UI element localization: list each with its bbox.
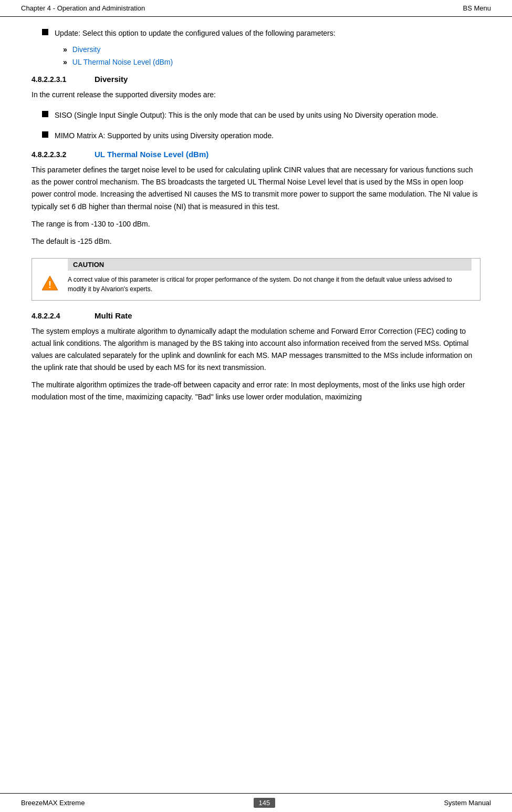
- page-number: 145: [254, 798, 276, 808]
- footer-right: System Manual: [444, 799, 491, 807]
- caution-title: CAUTION: [68, 259, 472, 271]
- bullet-square-icon: [42, 29, 48, 35]
- section-number-4-8-2-2-3-2: 4.8.2.2.3.2: [32, 150, 95, 159]
- caution-content: CAUTION A correct value of this paramete…: [68, 259, 480, 300]
- diversity-intro: In the current release the supported div…: [32, 89, 480, 101]
- caution-text: A correct value of this parameter is cri…: [68, 275, 472, 294]
- main-content: Update: Select this option to update the…: [0, 17, 512, 440]
- intro-bullet-text: Update: Select this option to update the…: [55, 27, 480, 39]
- caution-icon-area: !: [32, 259, 68, 300]
- sub-bullet-marker-2: »: [63, 58, 67, 66]
- section-number-4-8-2-2-4: 4.8.2.2.4: [32, 312, 95, 320]
- bullet-square-siso: [42, 111, 48, 117]
- section-title-ul-thermal: UL Thermal Noise Level (dBm): [95, 150, 208, 159]
- page-header: Chapter 4 - Operation and Administration…: [0, 0, 512, 17]
- sub-bullet-link-diversity[interactable]: Diversity: [72, 45, 101, 54]
- siso-text: SISO (Single Input Single Output): This …: [55, 109, 480, 121]
- warning-triangle-icon: !: [40, 274, 59, 293]
- section-title-multirate: Multi Rate: [95, 311, 132, 320]
- section-header-4-8-2-2-4: 4.8.2.2.4 Multi Rate: [32, 311, 480, 320]
- svg-text:!: !: [48, 280, 51, 290]
- page-footer: BreezeMAX Extreme 145 System Manual: [0, 793, 512, 812]
- intro-bullet-item: Update: Select this option to update the…: [42, 27, 480, 39]
- header-left: Chapter 4 - Operation and Administration: [21, 4, 145, 12]
- section-title-diversity: Diversity: [95, 75, 128, 84]
- ul-thermal-para1: This parameter defines the target noise …: [32, 164, 480, 212]
- header-right: BS Menu: [463, 4, 491, 12]
- sub-bullet-diversity: » Diversity: [63, 45, 480, 54]
- sub-bullet-marker-1: »: [63, 45, 67, 54]
- ul-thermal-para2: The range is from -130 to -100 dBm.: [32, 218, 480, 230]
- bullet-square-mimo: [42, 131, 48, 138]
- section-header-4-8-2-2-3-2: 4.8.2.2.3.2 UL Thermal Noise Level (dBm): [32, 150, 480, 159]
- caution-box: ! CAUTION A correct value of this parame…: [32, 258, 480, 301]
- section-header-4-8-2-2-3-1: 4.8.2.2.3.1 Diversity: [32, 75, 480, 84]
- multirate-para1: The system employs a multirate algorithm…: [32, 325, 480, 374]
- footer-left: BreezeMAX Extreme: [21, 799, 85, 807]
- section-number-4-8-2-2-3-1: 4.8.2.2.3.1: [32, 75, 95, 84]
- mimo-text: MIMO Matrix A: Supported by units using …: [55, 130, 480, 141]
- ul-thermal-para3: The default is -125 dBm.: [32, 235, 480, 248]
- sub-bullet-ul-thermal: » UL Thermal Noise Level (dBm): [63, 58, 480, 66]
- sub-bullet-link-ul-thermal[interactable]: UL Thermal Noise Level (dBm): [72, 58, 173, 66]
- mimo-bullet: MIMO Matrix A: Supported by units using …: [42, 130, 480, 141]
- multirate-para2: The multirate algorithm optimizes the tr…: [32, 379, 480, 403]
- siso-bullet: SISO (Single Input Single Output): This …: [42, 109, 480, 121]
